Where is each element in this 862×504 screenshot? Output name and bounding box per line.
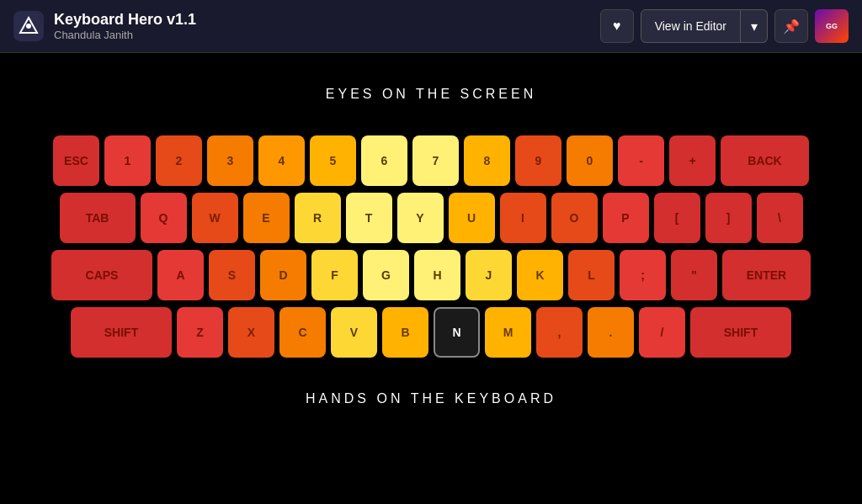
- app-title: Keyboard Hero v1.1: [54, 11, 600, 29]
- key-j-2-7[interactable]: J: [466, 250, 512, 300]
- svg-point-1: [26, 24, 31, 29]
- key-g-2-5[interactable]: G: [363, 250, 409, 300]
- app-subtitle: Chandula Janith: [54, 29, 600, 41]
- key-t-1-5[interactable]: T: [346, 193, 392, 243]
- key-o-1-9[interactable]: O: [551, 193, 598, 243]
- key-x-1-12[interactable]: ]: [705, 193, 752, 243]
- key-x-3-2[interactable]: X: [228, 307, 274, 358]
- pin-icon: 📌: [783, 19, 800, 34]
- key-x-0-11[interactable]: -: [618, 135, 664, 186]
- key-z-3-1[interactable]: Z: [177, 307, 223, 358]
- key-k-2-8[interactable]: K: [517, 250, 563, 300]
- key-x-2-11[interactable]: ": [671, 250, 717, 300]
- key-f-2-4[interactable]: F: [311, 250, 358, 300]
- key-a-2-1[interactable]: A: [157, 250, 204, 300]
- key-v-3-4[interactable]: V: [331, 307, 377, 358]
- key-q-1-1[interactable]: Q: [141, 193, 187, 243]
- keyboard-row-2: CAPSASDFGHJKL;"ENTER: [51, 250, 811, 300]
- key-c-3-3[interactable]: C: [279, 307, 326, 358]
- app-title-group: Keyboard Hero v1.1 Chandula Janith: [54, 11, 600, 41]
- key-n-3-6[interactable]: N: [434, 307, 480, 358]
- key-x-1-13[interactable]: \: [757, 193, 803, 243]
- header-actions: ♥ View in Editor ▾ 📌 GG: [600, 9, 849, 43]
- key-e-1-3[interactable]: E: [243, 193, 290, 243]
- key-tab-1-0[interactable]: TAB: [60, 193, 136, 243]
- heart-button[interactable]: ♥: [600, 9, 634, 43]
- app-logo: [13, 11, 44, 41]
- chevron-down-icon: ▾: [751, 19, 758, 34]
- key-esc-0-0[interactable]: ESC: [53, 135, 99, 186]
- key-b-3-5[interactable]: B: [382, 307, 428, 358]
- key-l-2-9[interactable]: L: [568, 250, 615, 300]
- key-x-3-8[interactable]: ,: [536, 307, 583, 358]
- key-shift-3-0[interactable]: SHIFT: [71, 307, 172, 358]
- key-shift-3-11[interactable]: SHIFT: [690, 307, 791, 358]
- key-y-1-6[interactable]: Y: [397, 193, 444, 243]
- key-caps-2-0[interactable]: CAPS: [51, 250, 152, 300]
- heart-icon: ♥: [613, 19, 621, 34]
- key-6-0-6[interactable]: 6: [361, 135, 407, 186]
- keyboard-row-0: ESC1234567890-+BACK: [51, 135, 811, 186]
- keyboard: ESC1234567890-+BACKTABQWERTYUIOP[]\CAPSA…: [18, 135, 844, 358]
- main-content: EYES ON THE SCREEN ESC1234567890-+BACKTA…: [0, 53, 862, 406]
- key-w-1-2[interactable]: W: [192, 193, 238, 243]
- key-x-3-10[interactable]: /: [639, 307, 685, 358]
- key-3-0-3[interactable]: 3: [207, 135, 253, 186]
- key-9-0-9[interactable]: 9: [515, 135, 561, 186]
- key-x-2-10[interactable]: ;: [620, 250, 666, 300]
- key-x-0-12[interactable]: +: [669, 135, 716, 186]
- key-0-0-10[interactable]: 0: [567, 135, 613, 186]
- key-h-2-6[interactable]: H: [414, 250, 460, 300]
- user-avatar[interactable]: GG: [815, 9, 849, 43]
- key-7-0-7[interactable]: 7: [412, 135, 459, 186]
- key-back-0-13[interactable]: BACK: [721, 135, 809, 186]
- key-m-3-7[interactable]: M: [485, 307, 531, 358]
- key-x-1-11[interactable]: [: [654, 193, 700, 243]
- key-i-1-8[interactable]: I: [500, 193, 546, 243]
- key-d-2-3[interactable]: D: [260, 250, 306, 300]
- keyboard-row-1: TABQWERTYUIOP[]\: [51, 193, 811, 243]
- tagline-bottom: HANDS ON THE KEYBOARD: [306, 391, 556, 406]
- key-5-0-5[interactable]: 5: [310, 135, 356, 186]
- key-4-0-4[interactable]: 4: [258, 135, 305, 186]
- key-enter-2-12[interactable]: ENTER: [722, 250, 811, 300]
- key-8-0-8[interactable]: 8: [464, 135, 510, 186]
- view-editor-dropdown[interactable]: ▾: [741, 9, 768, 43]
- logo-icon: [19, 16, 39, 36]
- key-u-1-7[interactable]: U: [449, 193, 495, 243]
- avatar-text: GG: [815, 9, 849, 43]
- tagline-top: EYES ON THE SCREEN: [326, 87, 536, 102]
- key-r-1-4[interactable]: R: [295, 193, 341, 243]
- view-editor-button[interactable]: View in Editor: [641, 9, 741, 43]
- key-x-3-9[interactable]: .: [588, 307, 634, 358]
- key-p-1-10[interactable]: P: [603, 193, 649, 243]
- key-2-0-2[interactable]: 2: [156, 135, 202, 186]
- key-1-0-1[interactable]: 1: [104, 135, 151, 186]
- view-editor-group: View in Editor ▾: [641, 9, 768, 43]
- keyboard-row-3: SHIFTZXCVBNM,./SHIFT: [51, 307, 811, 358]
- key-s-2-2[interactable]: S: [209, 250, 255, 300]
- header: Keyboard Hero v1.1 Chandula Janith ♥ Vie…: [0, 0, 862, 53]
- pin-button[interactable]: 📌: [774, 9, 808, 43]
